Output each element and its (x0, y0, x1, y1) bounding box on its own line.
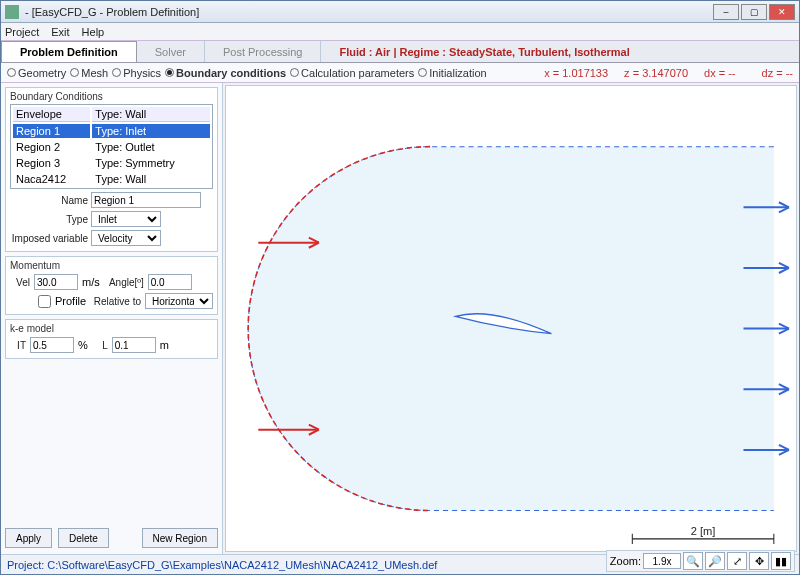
relative-label: Relative to (90, 296, 141, 307)
close-button[interactable]: ✕ (769, 4, 795, 20)
maximize-button[interactable]: ▢ (741, 4, 767, 20)
delete-button[interactable]: Delete (58, 528, 109, 548)
it-field[interactable] (30, 337, 74, 353)
subtab-physics[interactable]: Physics (112, 67, 161, 79)
coord-dx: dx = -- (704, 67, 735, 79)
bc-row[interactable]: Region 1Type: Inlet (13, 124, 210, 138)
subtab-initialization[interactable]: Initialization (418, 67, 486, 79)
bc-legend: Boundary Conditions (10, 91, 213, 102)
menu-help[interactable]: Help (82, 26, 105, 38)
subtab-boundary-conditions[interactable]: Boundary conditions (165, 67, 286, 79)
angle-field[interactable] (148, 274, 192, 290)
panel-buttons: Apply Delete New Region (5, 526, 218, 550)
momentum-group: Momentum Vel m/s Angle[º] Profile Relati… (5, 256, 218, 315)
bc-row[interactable]: Naca2412Type: Wall (13, 172, 210, 186)
menubar: Project Exit Help (1, 23, 799, 41)
relative-select[interactable]: Horizontal (145, 293, 213, 309)
menu-project[interactable]: Project (5, 26, 39, 38)
zoom-out-icon: 🔎 (708, 555, 722, 568)
zoom-fit-button[interactable]: ⤢ (727, 552, 747, 570)
apply-button[interactable]: Apply (5, 528, 52, 548)
scale-label: 2 [m] (691, 525, 716, 537)
profile-label: Profile (55, 295, 86, 307)
zoom-in-button[interactable]: 🔍 (683, 552, 703, 570)
zoom-out-button[interactable]: 🔎 (705, 552, 725, 570)
menu-exit[interactable]: Exit (51, 26, 69, 38)
ke-legend: k-e model (10, 323, 213, 334)
subtab-calculation-parameters[interactable]: Calculation parameters (290, 67, 414, 79)
chart-button[interactable]: ▮▮ (771, 552, 791, 570)
subtab-row: Geometry Mesh Physics Boundary condition… (1, 63, 799, 83)
it-label: IT (10, 340, 26, 351)
minimize-button[interactable]: – (713, 4, 739, 20)
subtab-mesh[interactable]: Mesh (70, 67, 108, 79)
fit-icon: ⤢ (733, 555, 742, 568)
momentum-legend: Momentum (10, 260, 213, 271)
coord-x: x = 1.017133 (544, 67, 608, 79)
boundary-conditions-group: Boundary Conditions EnvelopeType: Wall R… (5, 87, 218, 252)
geometry-canvas[interactable]: 2 [m] (225, 85, 797, 552)
zoom-label: Zoom: (610, 555, 641, 567)
coord-z: z = 3.147070 (624, 67, 688, 79)
name-label: Name (10, 195, 88, 206)
vel-field[interactable] (34, 274, 78, 290)
fluid-regime-info: Fluid : Air | Regime : SteadyState, Turb… (321, 41, 799, 62)
tab-post-processing[interactable]: Post Processing (205, 41, 321, 62)
bc-region-list[interactable]: EnvelopeType: Wall Region 1Type: Inlet R… (10, 104, 213, 189)
angle-label: Angle[º] (104, 277, 144, 288)
window-title: - [EasyCFD_G - Problem Definition] (25, 6, 711, 18)
work-area: Boundary Conditions EnvelopeType: Wall R… (1, 83, 799, 554)
vel-label: Vel (10, 277, 30, 288)
type-label: Type (10, 214, 88, 225)
bc-row[interactable]: Region 2Type: Outlet (13, 140, 210, 154)
new-region-button[interactable]: New Region (142, 528, 218, 548)
ke-model-group: k-e model IT % L m (5, 319, 218, 359)
project-path: Project: C:\Software\EasyCFD_G\Examples\… (7, 559, 437, 571)
pan-icon: ✥ (755, 555, 764, 568)
bc-row[interactable]: Region 3Type: Symmetry (13, 156, 210, 170)
bc-col-name: Envelope (13, 107, 90, 122)
main-tabs: Problem Definition Solver Post Processin… (1, 41, 799, 63)
l-unit: m (160, 339, 169, 351)
bc-col-type: Type: Wall (92, 107, 210, 122)
tab-solver[interactable]: Solver (137, 41, 205, 62)
imposed-select[interactable]: Velocity (91, 230, 161, 246)
profile-checkbox[interactable] (38, 295, 51, 308)
coord-dz: dz = -- (762, 67, 793, 79)
imposed-label: Imposed variable (10, 233, 88, 244)
chart-icon: ▮▮ (775, 555, 787, 568)
pan-button[interactable]: ✥ (749, 552, 769, 570)
type-select[interactable]: Inlet (91, 211, 161, 227)
tab-problem-definition[interactable]: Problem Definition (1, 41, 137, 62)
app-icon (5, 5, 19, 19)
name-field[interactable] (91, 192, 201, 208)
it-unit: % (78, 339, 88, 351)
zoom-field[interactable] (643, 553, 681, 569)
properties-panel: Boundary Conditions EnvelopeType: Wall R… (1, 83, 223, 554)
subtab-geometry[interactable]: Geometry (7, 67, 66, 79)
zoom-toolbar: Zoom: 🔍 🔎 ⤢ ✥ ▮▮ (606, 550, 795, 572)
vel-unit: m/s (82, 276, 100, 288)
app-window: - [EasyCFD_G - Problem Definition] – ▢ ✕… (0, 0, 800, 575)
l-field[interactable] (112, 337, 156, 353)
titlebar: - [EasyCFD_G - Problem Definition] – ▢ ✕ (1, 1, 799, 23)
l-label: L (92, 340, 108, 351)
zoom-in-icon: 🔍 (686, 555, 700, 568)
